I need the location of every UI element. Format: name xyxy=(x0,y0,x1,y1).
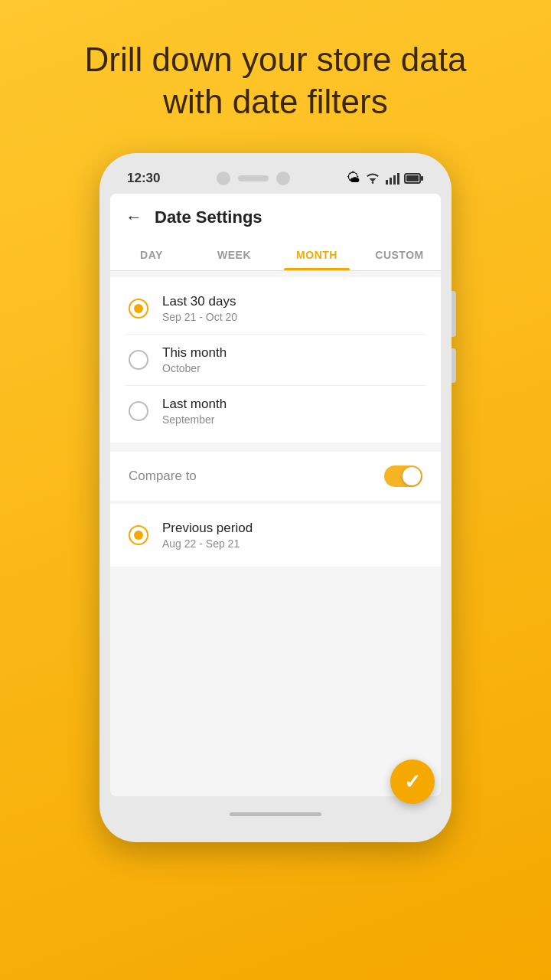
compare-label: Compare to xyxy=(129,469,197,484)
option-prevperiod-main: Previous period xyxy=(162,521,253,536)
sensor xyxy=(276,172,290,185)
front-camera xyxy=(217,172,230,185)
radio-prevperiod[interactable] xyxy=(129,525,148,545)
weather-icon: 🌤 xyxy=(347,170,360,186)
option-prevperiod-text: Previous period Aug 22 - Sep 21 xyxy=(162,521,253,550)
notch-center xyxy=(217,172,290,185)
headline-line2: with date filters xyxy=(163,83,387,120)
radio-last30[interactable] xyxy=(129,299,148,318)
phone-screen: ← Date Settings DAY WEEK MONTH CUSTOM La… xyxy=(110,194,441,796)
headline: Drill down your store data with date fil… xyxy=(54,38,497,122)
checkmark-icon: ✓ xyxy=(404,770,421,794)
home-indicator xyxy=(230,812,321,816)
option-thismonth-sub: October xyxy=(162,362,227,374)
option-last30[interactable]: Last 30 days Sep 21 - Oct 20 xyxy=(110,283,441,334)
option-lastmonth-sub: September xyxy=(162,413,227,426)
back-button[interactable]: ← xyxy=(126,207,142,227)
compare-toggle[interactable] xyxy=(384,466,422,487)
option-lastmonth-main: Last month xyxy=(162,397,227,412)
status-icons: 🌤 xyxy=(347,170,424,186)
tab-day[interactable]: DAY xyxy=(110,238,193,270)
status-bar: 12:30 🌤 xyxy=(110,167,441,194)
battery-icon xyxy=(404,172,424,185)
status-time: 12:30 xyxy=(127,171,160,186)
radio-lastmonth[interactable] xyxy=(129,401,148,421)
app-bar: ← Date Settings xyxy=(110,194,441,238)
option-lastmonth[interactable]: Last month September xyxy=(110,386,441,436)
options-list: Last 30 days Sep 21 - Oct 20 This month … xyxy=(110,277,441,443)
volume-button-2 xyxy=(452,348,456,383)
home-bar xyxy=(110,805,441,819)
radio-last30-inner xyxy=(134,304,143,313)
signal-icon xyxy=(385,172,400,185)
tab-custom[interactable]: CUSTOM xyxy=(358,238,441,270)
phone-shell: 12:30 🌤 xyxy=(99,153,452,842)
option-thismonth-main: This month xyxy=(162,345,227,361)
volume-button-1 xyxy=(452,291,456,337)
tab-month[interactable]: MONTH xyxy=(276,238,358,270)
option-prevperiod-sub: Aug 22 - Sep 21 xyxy=(162,537,253,550)
svg-rect-7 xyxy=(406,175,419,181)
svg-rect-4 xyxy=(393,175,396,185)
svg-rect-8 xyxy=(421,176,423,181)
option-lastmonth-text: Last month September xyxy=(162,397,227,426)
tab-week[interactable]: WEEK xyxy=(193,238,276,270)
svg-rect-3 xyxy=(390,178,392,185)
notch-bar xyxy=(238,175,269,181)
option-last30-main: Last 30 days xyxy=(162,294,237,309)
compare-options-list: Previous period Aug 22 - Sep 21 xyxy=(110,504,441,567)
svg-rect-2 xyxy=(386,180,388,185)
wifi-icon xyxy=(364,172,381,185)
option-last30-text: Last 30 days Sep 21 - Oct 20 xyxy=(162,294,237,323)
option-last30-sub: Sep 21 - Oct 20 xyxy=(162,311,237,323)
radio-prevperiod-inner xyxy=(134,531,143,540)
confirm-fab[interactable]: ✓ xyxy=(390,760,435,804)
tab-bar: DAY WEEK MONTH CUSTOM xyxy=(110,238,441,271)
svg-point-1 xyxy=(372,181,374,184)
option-prevperiod[interactable]: Previous period Aug 22 - Sep 21 xyxy=(110,510,441,560)
svg-rect-5 xyxy=(397,173,399,185)
option-thismonth[interactable]: This month October xyxy=(110,335,441,385)
toggle-thumb xyxy=(403,467,421,485)
compare-row: Compare to xyxy=(110,452,441,501)
svg-marker-0 xyxy=(369,178,376,182)
radio-thismonth[interactable] xyxy=(129,350,148,370)
headline-line1: Drill down your store data xyxy=(85,41,467,78)
page-title: Date Settings xyxy=(155,207,262,227)
option-thismonth-text: This month October xyxy=(162,345,227,374)
